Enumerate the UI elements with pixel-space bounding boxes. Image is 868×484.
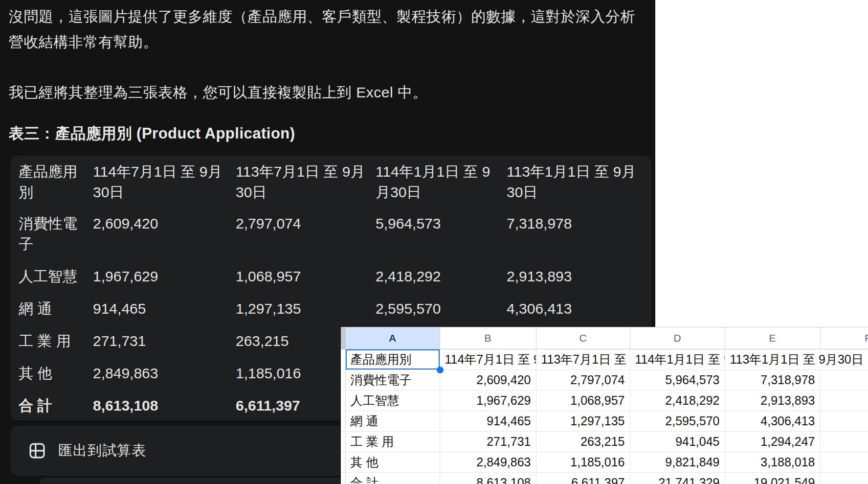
revenue-col-header-9m-114: 114年1月1日 至 9月30日 (376, 159, 507, 207)
sheet-cell-f7[interactable] (820, 473, 868, 484)
sheet-cell-a6[interactable]: 其 他 (345, 452, 440, 473)
revenue-col-header-9m-113: 113年1月1日 至 9月30日 (507, 159, 645, 207)
sheet-cell-d5[interactable]: 941,045 (630, 432, 725, 452)
sheet-column-letters-row: A B C D E F (341, 327, 868, 349)
sheet-row-5: 工 業 用 271,731 263,215 941,045 1,294,247 (341, 432, 868, 452)
sheet-cell-f4[interactable] (820, 411, 868, 432)
sheet-cell-c6[interactable]: 1,185,016 (536, 452, 630, 473)
revenue-col-header-q3-114: 114年7月1日 至 9月30日 (93, 159, 236, 207)
sheet-cell-d1[interactable]: 114年1月1日 至 9月30日 (630, 349, 725, 370)
sheet-cell-c7[interactable]: 6,611,397 (536, 473, 630, 484)
row-header-sliver[interactable] (341, 391, 345, 411)
row-header-sliver[interactable] (341, 370, 345, 391)
sheet-cell-f6[interactable] (820, 452, 868, 473)
revenue-row-label: 網 通 (19, 293, 93, 325)
sheet-cell-f5[interactable] (820, 432, 868, 452)
row-header-sliver[interactable] (341, 452, 345, 473)
column-header-d[interactable]: D (630, 327, 725, 349)
column-header-a[interactable]: A (345, 327, 440, 349)
sheet-cell-d4[interactable]: 2,595,570 (630, 411, 725, 432)
revenue-cell: 2,913,893 (507, 260, 645, 293)
sheet-cell-c3[interactable]: 1,068,957 (536, 391, 630, 411)
revenue-cell: 2,595,570 (376, 293, 507, 325)
sheet-cell-e7[interactable]: 19,021,549 (725, 473, 820, 484)
sheet-cell-c1[interactable]: 113年7月1日 至 9月30日 (536, 349, 630, 370)
sheet-cell-a2[interactable]: 消費性電子 (345, 370, 440, 391)
column-header-e[interactable]: E (725, 327, 820, 349)
cell-a1-value: 產品應用別 (351, 352, 412, 366)
row-header-sliver[interactable] (341, 432, 345, 452)
revenue-row-label: 工 業 用 (19, 325, 93, 357)
sheet-row-2: 消費性電子 2,609,420 2,797,074 5,964,573 7,31… (341, 370, 868, 391)
revenue-cell: 8,613,108 (93, 390, 236, 420)
sheet-cell-b1[interactable]: 114年7月1日 至 9月30日 (440, 349, 536, 370)
row-header-sliver[interactable] (341, 411, 345, 432)
sheet-row-6: 其 他 2,849,863 1,185,016 9,821,849 3,188,… (341, 452, 868, 473)
sheet-cell-d7[interactable]: 21,741,329 (630, 473, 725, 484)
table3-heading: 表三：產品應用別 (Product Application) (9, 123, 295, 144)
sheet-cell-c4[interactable]: 1,297,135 (536, 411, 630, 432)
sheet-cell-a5[interactable]: 工 業 用 (345, 432, 440, 452)
row-header-sliver[interactable] (341, 349, 345, 370)
sheet-cell-e5[interactable]: 1,294,247 (725, 432, 820, 452)
screen: 沒問題，這張圖片提供了更多維度（產品應用、客戶類型、製程技術）的數據，這對於深入… (0, 0, 868, 484)
revenue-header-row: 產品應用別 114年7月1日 至 9月30日 113年7月1日 至 9月30日 … (19, 159, 645, 207)
revenue-cell: 7,318,978 (507, 207, 645, 260)
revenue-row-networking: 網 通 914,465 1,297,135 2,595,570 4,306,41… (19, 293, 645, 325)
column-header-b[interactable]: B (440, 327, 536, 349)
sheet-cell-f2[interactable] (820, 370, 868, 391)
export-button-label: 匯出到試算表 (58, 441, 146, 461)
revenue-row-label: 合 計 (19, 390, 93, 420)
sheet-cell-b2[interactable]: 2,609,420 (440, 370, 536, 391)
sheet-cell-f3[interactable] (820, 391, 868, 411)
fill-handle[interactable] (437, 367, 444, 373)
sheet-cell-b7[interactable]: 8,613,108 (440, 473, 536, 484)
sheet-row-1: 產品應用別 114年7月1日 至 9月30日 113年7月1日 至 9月30日 … (341, 349, 868, 370)
sheet-cell-e2[interactable]: 7,318,978 (725, 370, 820, 391)
sheet-cell-c5[interactable]: 263,215 (536, 432, 630, 452)
column-header-c[interactable]: C (536, 327, 630, 349)
revenue-row-ai: 人工智慧 1,967,629 1,068,957 2,418,292 2,913… (19, 260, 645, 293)
assistant-message-2: 我已經將其整理為三張表格，您可以直接複製貼上到 Excel 中。 (9, 80, 647, 105)
assistant-message-1: 沒問題，這張圖片提供了更多維度（產品應用、客戶類型、製程技術）的數據，這對於深入… (9, 4, 647, 55)
revenue-cell: 2,418,292 (376, 260, 507, 293)
sheet-row-4: 網 通 914,465 1,297,135 2,595,570 4,306,41… (341, 411, 868, 432)
sheet-cell-e3[interactable]: 2,913,893 (725, 391, 820, 411)
sheet-cell-a7[interactable]: 合 計 (345, 473, 440, 484)
revenue-cell: 2,609,420 (93, 207, 236, 260)
revenue-row-consumer: 消費性電子 2,609,420 2,797,074 5,964,573 7,31… (19, 207, 645, 260)
sheet-cell-d3[interactable]: 2,418,292 (630, 391, 725, 411)
revenue-row-label: 消費性電子 (19, 207, 93, 260)
revenue-col-header-q3-113: 113年7月1日 至 9月30日 (236, 159, 376, 207)
sheet-cell-d2[interactable]: 5,964,573 (630, 370, 725, 391)
sheet-cell-e1[interactable]: 113年1月1日 至 9月30日 (725, 349, 820, 370)
sheet-row-3: 人工智慧 1,967,629 1,068,957 2,418,292 2,913… (341, 391, 868, 411)
cell-a1-selected[interactable]: 產品應用別 (345, 349, 440, 370)
revenue-cell: 2,797,074 (236, 207, 376, 260)
sheet-row-7: 合 計 8,613,108 6,611,397 21,741,329 19,02… (341, 473, 868, 484)
spreadsheet-grid: A B C D E F 產品應用別 114年7月1日 至 9月30日 113年7… (341, 327, 868, 484)
sheet-corner-sliver[interactable] (341, 327, 345, 349)
sheet-cell-e6[interactable]: 3,188,018 (725, 452, 820, 473)
revenue-row-label: 人工智慧 (19, 260, 93, 293)
column-header-f[interactable]: F (820, 327, 868, 349)
revenue-cell: 5,964,573 (376, 207, 507, 260)
revenue-cell: 914,465 (93, 293, 236, 325)
revenue-cell: 4,306,413 (507, 293, 645, 325)
sheet-cell-a4[interactable]: 網 通 (345, 411, 440, 432)
row-header-sliver[interactable] (341, 473, 345, 484)
sheet-cell-e4[interactable]: 4,306,413 (725, 411, 820, 432)
sheet-cell-c2[interactable]: 2,797,074 (536, 370, 630, 391)
revenue-cell: 1,068,957 (236, 260, 376, 293)
sheet-cell-d6[interactable]: 9,821,849 (630, 452, 725, 473)
sheet-cell-b4[interactable]: 914,465 (440, 411, 536, 432)
sheet-cell-b5[interactable]: 271,731 (440, 432, 536, 452)
revenue-cell: 1,297,135 (236, 293, 376, 325)
table-grid-icon (28, 441, 46, 460)
revenue-col-header-category: 產品應用別 (19, 159, 93, 207)
sheet-cell-a3[interactable]: 人工智慧 (345, 391, 440, 411)
revenue-cell: 271,731 (93, 325, 236, 357)
sheet-cell-b3[interactable]: 1,967,629 (440, 391, 536, 411)
sheet-cell-b6[interactable]: 2,849,863 (440, 452, 536, 473)
revenue-cell: 2,849,863 (93, 357, 236, 390)
